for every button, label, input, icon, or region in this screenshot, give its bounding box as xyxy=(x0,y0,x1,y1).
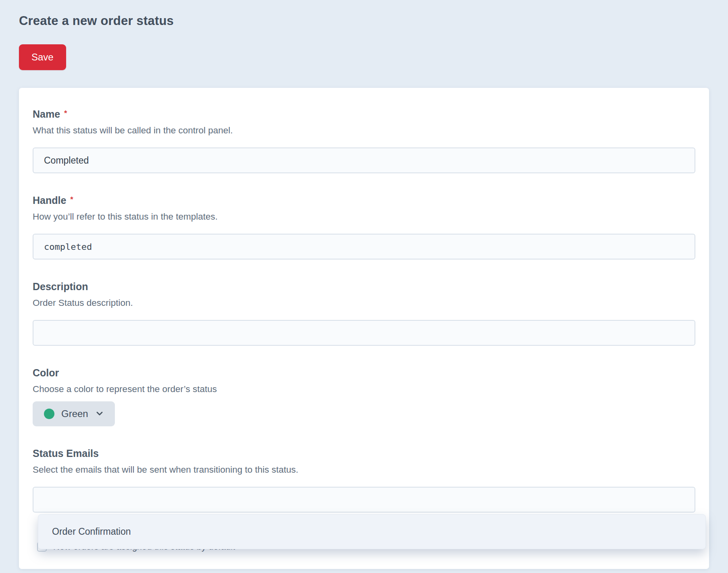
description-instructions: Order Status description. xyxy=(33,297,695,309)
field-status-emails-heading: Status Emails xyxy=(33,446,695,463)
field-color: Color Choose a color to represent the or… xyxy=(33,366,695,426)
handle-label: Handle xyxy=(33,193,66,207)
handle-instructions: How you’ll refer to this status in the t… xyxy=(33,210,695,223)
order-status-form-card: Name * What this status will be called i… xyxy=(19,88,709,569)
name-instructions: What this status will be called in the c… xyxy=(33,124,695,137)
required-asterisk: * xyxy=(70,193,73,206)
status-emails-combo: New orders are assigned this status by d… xyxy=(33,487,695,552)
status-emails-input[interactable] xyxy=(33,487,695,513)
name-label: Name xyxy=(33,107,60,121)
field-handle: Handle * How you’ll refer to this status… xyxy=(33,193,695,260)
field-handle-heading: Handle * xyxy=(33,193,695,210)
status-emails-label: Status Emails xyxy=(33,446,99,460)
status-emails-instructions: Select the emails that will be sent when… xyxy=(33,463,695,476)
field-status-emails: Status Emails Select the emails that wil… xyxy=(33,446,695,552)
status-emails-dropdown-menu: Order Confirmation xyxy=(38,514,706,549)
page-title: Create a new order status xyxy=(19,0,709,28)
field-color-heading: Color xyxy=(33,366,695,383)
handle-input[interactable] xyxy=(33,234,695,260)
save-button[interactable]: Save xyxy=(19,44,66,70)
field-name: Name * What this status will be called i… xyxy=(33,107,695,173)
field-name-heading: Name * xyxy=(33,107,695,124)
field-description: Description Order Status description. xyxy=(33,280,695,346)
color-select-button[interactable]: Green xyxy=(33,401,115,426)
dropdown-option-order-confirmation[interactable]: Order Confirmation xyxy=(38,515,705,549)
description-label: Description xyxy=(33,280,88,293)
color-instructions: Choose a color to represent the order’s … xyxy=(33,383,695,396)
color-label: Color xyxy=(33,366,59,380)
field-description-heading: Description xyxy=(33,280,695,297)
green-color-swatch xyxy=(44,409,54,419)
required-asterisk: * xyxy=(64,107,67,119)
name-input[interactable] xyxy=(33,147,695,173)
page: Create a new order status Save Name * Wh… xyxy=(0,0,728,573)
color-selected-label: Green xyxy=(61,408,88,419)
chevron-down-icon xyxy=(95,409,104,420)
description-input[interactable] xyxy=(33,320,695,346)
